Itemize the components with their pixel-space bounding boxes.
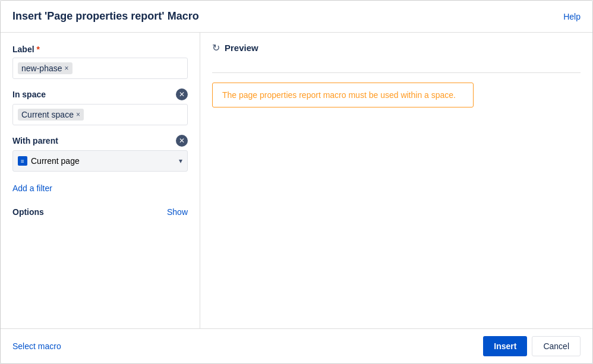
dialog-footer: Select macro Insert Cancel	[1, 328, 592, 363]
label-field-label: Label *	[12, 45, 188, 54]
refresh-icon[interactable]: ↻	[212, 42, 220, 53]
required-marker: *	[36, 45, 39, 54]
add-filter-link[interactable]: Add a filter	[12, 183, 188, 193]
preview-warning-box: The page properties report macro must be…	[212, 83, 474, 107]
in-space-tag-input[interactable]: Current space ×	[12, 104, 188, 125]
dialog-body: Label * new-phase × In space ✕ Curr	[1, 33, 592, 328]
in-space-tag: Current space ×	[18, 109, 84, 121]
label-text: Label *	[12, 45, 40, 54]
label-tag-input[interactable]: new-phase ×	[12, 58, 188, 79]
page-icon: ≡	[18, 156, 27, 166]
with-parent-clear-button[interactable]: ✕	[176, 135, 188, 147]
in-space-field-label: In space ✕	[12, 88, 188, 100]
label-tag-value: new-phase	[21, 64, 62, 73]
dialog-title: Insert 'Page properties report' Macro	[12, 10, 199, 23]
chevron-down-icon: ▾	[179, 157, 182, 165]
preview-warning-message: The page properties report macro must be…	[222, 90, 456, 100]
options-label: Options	[12, 207, 44, 217]
label-tag: new-phase ×	[18, 62, 72, 74]
with-parent-dropdown[interactable]: ≡ Current page ▾	[12, 150, 188, 172]
right-panel: ↻ Preview The page properties report mac…	[200, 33, 592, 328]
help-link[interactable]: Help	[563, 12, 581, 21]
label-tag-remove-button[interactable]: ×	[65, 65, 69, 72]
dialog-header: Insert 'Page properties report' Macro He…	[1, 1, 592, 33]
dropdown-value: Current page	[31, 156, 80, 166]
dialog: Insert 'Page properties report' Macro He…	[0, 0, 593, 364]
options-row: Options Show	[12, 207, 188, 217]
with-parent-field-group: With parent ✕ ≡ Current page ▾	[12, 135, 188, 172]
left-panel: Label * new-phase × In space ✕ Curr	[1, 33, 200, 328]
preview-divider	[212, 72, 581, 73]
with-parent-field-label: With parent ✕	[12, 135, 188, 147]
in-space-tag-remove-button[interactable]: ×	[76, 111, 80, 118]
insert-button[interactable]: Insert	[483, 336, 527, 356]
with-parent-label-text: With parent	[12, 136, 58, 145]
preview-title: Preview	[225, 43, 258, 53]
label-field-group: Label * new-phase ×	[12, 45, 188, 79]
select-macro-link[interactable]: Select macro	[12, 341, 61, 351]
in-space-label-text: In space	[12, 90, 46, 99]
footer-buttons: Insert Cancel	[483, 336, 581, 356]
in-space-field-group: In space ✕ Current space ×	[12, 88, 188, 125]
dropdown-left: ≡ Current page	[18, 156, 80, 166]
in-space-tag-value: Current space	[21, 110, 74, 119]
in-space-clear-button[interactable]: ✕	[176, 88, 188, 100]
cancel-button[interactable]: Cancel	[532, 336, 581, 356]
preview-header: ↻ Preview	[212, 42, 581, 61]
show-options-link[interactable]: Show	[167, 207, 188, 217]
